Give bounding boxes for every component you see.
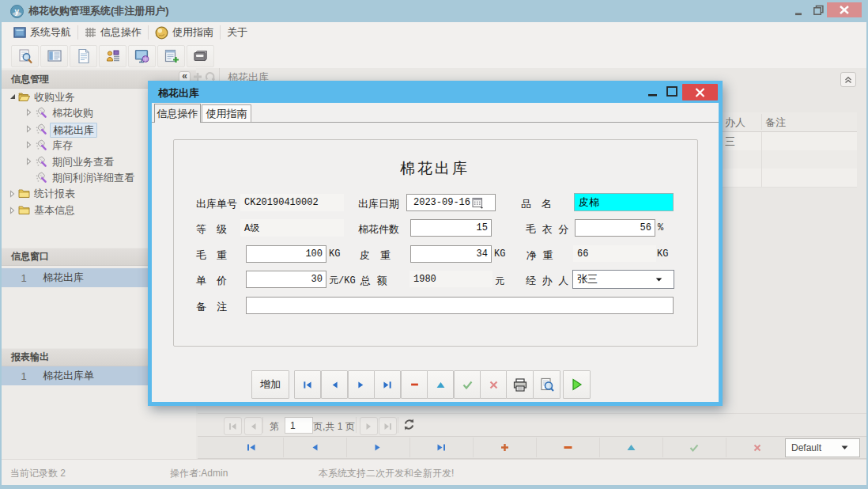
svg-text:y: y [15, 7, 20, 16]
record-edit-button[interactable] [427, 370, 454, 399]
pager-prev-button[interactable] [244, 417, 262, 435]
post-edit-icon [689, 444, 699, 452]
label-unit-price: 单 价 [196, 274, 227, 288]
dialog-close-icon [695, 88, 705, 97]
toolbar-report-view-button[interactable] [40, 45, 68, 67]
toolbar-document-add-button[interactable] [157, 45, 185, 67]
pager-last-button[interactable] [379, 417, 397, 435]
dialog-close-button[interactable] [682, 84, 718, 100]
wand-icon [36, 123, 47, 135]
form-title: 棉花出库 [173, 158, 696, 179]
print-button[interactable] [506, 370, 534, 399]
toolbar-archive-drawer-button[interactable] [187, 45, 214, 67]
field-lint-percent[interactable]: 56 [575, 219, 655, 237]
tree-collapsed-icon[interactable] [26, 141, 32, 149]
grid-header-remark[interactable]: 备注 [765, 116, 786, 130]
record-prev-button[interactable] [321, 370, 348, 399]
nav-delete-button[interactable] [536, 438, 600, 457]
nav-next-button[interactable] [346, 438, 410, 457]
run-report-button[interactable] [563, 370, 591, 399]
status-operator: 操作者:Admin [170, 467, 228, 480]
calendar-icon[interactable] [472, 197, 484, 209]
menu-item-info-ops[interactable]: 信息操作 [79, 22, 147, 43]
status-record-count: 当前记录数 2 [10, 467, 66, 480]
wand-icon [36, 172, 47, 184]
field-gross-weight[interactable]: 100 [246, 245, 326, 263]
pager-page-input[interactable]: 1 [285, 417, 313, 434]
pager-label-prefix: 第 [270, 420, 279, 434]
unit-gross-weight: KG [329, 248, 340, 260]
minimize-button[interactable] [788, 3, 809, 19]
tree-collapsed-icon[interactable] [26, 125, 32, 133]
tree-collapsed-icon[interactable] [9, 207, 15, 214]
toolbar-user-operation-button[interactable] [99, 45, 126, 67]
label-total-amount: 总 额 [360, 274, 387, 288]
field-date-picker[interactable]: 2023-09-16 [406, 194, 496, 211]
add-record-button[interactable]: 增加 [251, 370, 289, 399]
label-product: 品 名 [521, 197, 552, 211]
record-post-button[interactable] [454, 370, 481, 399]
minimize-icon [788, 3, 809, 19]
record-delete-button[interactable] [401, 370, 428, 399]
label-grade: 等 级 [196, 222, 227, 237]
application-window: y 棉花收购管理系统(非注册用户) 系统导航 [0, 0, 868, 489]
toolbar-search-document-button[interactable] [11, 45, 39, 67]
tree-collapsed-icon[interactable] [26, 157, 32, 165]
pager-refresh-button[interactable] [402, 418, 416, 431]
window-title: 棉花收购管理系统(非注册用户) [28, 0, 169, 22]
nav-add-button[interactable] [473, 438, 537, 457]
field-pieces[interactable]: 15 [410, 219, 492, 237]
tab-info-operation[interactable]: 信息操作 [154, 104, 201, 123]
toolbar-new-document-button[interactable] [70, 45, 97, 67]
close-button[interactable] [827, 2, 862, 17]
first-record-icon [303, 381, 312, 389]
toolbar-monitor-globe-button[interactable] [128, 45, 156, 67]
menu-item-about[interactable]: 关于 [221, 22, 253, 43]
add-record-icon [500, 443, 509, 452]
menu-item-user-guide[interactable]: 使用指南 [149, 22, 219, 43]
pager-next-button[interactable] [360, 417, 378, 435]
nav-first-button[interactable] [220, 438, 284, 457]
nav-last-button[interactable] [409, 438, 474, 457]
field-product[interactable]: 皮棉 [574, 193, 674, 211]
first-record-icon [247, 443, 256, 452]
tree-collapsed-icon[interactable] [9, 190, 15, 198]
field-net-weight: 66 [573, 245, 656, 262]
grid-header-handler[interactable]: 办人 [725, 116, 745, 130]
field-unit-price[interactable]: 30 [246, 271, 326, 288]
chevron-double-up-icon [844, 76, 852, 84]
dialog-body: 信息操作 使用指南 棉花出库 出库单号 CK20190410002 出库日期 2… [152, 103, 719, 402]
tree-collapsed-icon[interactable] [26, 108, 32, 116]
folder-closed-icon [18, 205, 30, 215]
nav-style-selector[interactable]: Default [785, 438, 860, 457]
field-handler-combo[interactable]: 张三 [572, 270, 674, 289]
nav-post-button[interactable] [662, 438, 726, 457]
nav-edit-button[interactable] [599, 438, 663, 457]
record-next-button[interactable] [348, 370, 375, 399]
dialog-maximize-button[interactable] [664, 85, 680, 99]
ribbon-collapse-button[interactable] [840, 72, 856, 87]
print-preview-button[interactable] [533, 370, 560, 399]
archive-drawer-icon [193, 48, 209, 64]
record-last-button[interactable] [374, 370, 401, 399]
menu-item-system-nav[interactable]: 系统导航 [8, 22, 77, 43]
tree-expanded-icon[interactable] [9, 93, 16, 100]
dialog-minimize-button[interactable] [645, 89, 661, 98]
tab-user-guide[interactable]: 使用指南 [202, 104, 251, 122]
field-remark[interactable] [246, 297, 674, 314]
next-record-icon [357, 381, 365, 389]
label-date: 出库日期 [358, 197, 399, 211]
edit-record-icon [627, 444, 636, 451]
record-cancel-button[interactable] [480, 370, 507, 399]
nav-prev-button[interactable] [283, 438, 347, 457]
pager-first-button[interactable] [224, 417, 242, 435]
record-first-button[interactable] [294, 370, 321, 399]
close-icon [827, 2, 862, 17]
label-net-weight: 净 重 [526, 248, 553, 263]
tab-strip-line [152, 122, 719, 123]
combo-arrow-icon [655, 278, 662, 282]
nav-cancel-button[interactable] [726, 438, 789, 457]
field-tare-weight[interactable]: 34 [410, 245, 492, 263]
pager-label-total: 页,共 1 页 [313, 420, 355, 434]
maximize-icon [664, 85, 680, 99]
